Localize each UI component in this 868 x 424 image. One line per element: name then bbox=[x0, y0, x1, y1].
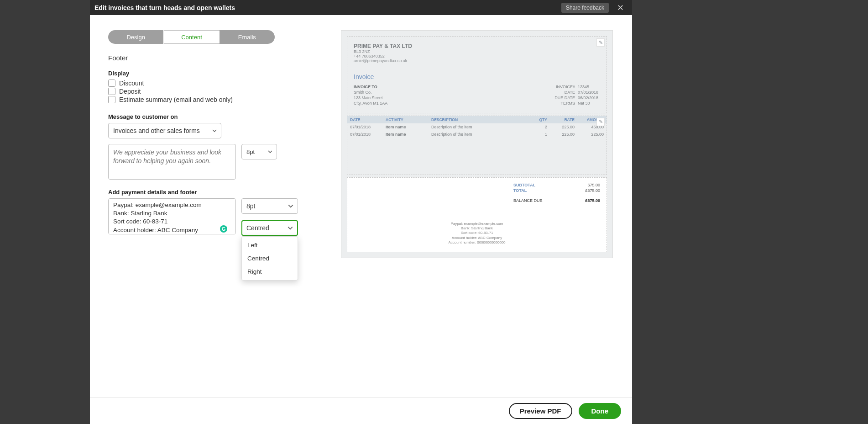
tab-content[interactable]: Content bbox=[164, 30, 219, 44]
chevron-down-icon bbox=[212, 128, 217, 133]
meta-label-0: INVOICE# bbox=[548, 84, 575, 90]
footer-section-heading: Footer bbox=[108, 54, 323, 62]
meta-label-1: DATE bbox=[548, 90, 575, 95]
modal-body: Design Content Emails Footer Display Dis… bbox=[90, 15, 632, 398]
message-fontsize-value: 8pt bbox=[246, 148, 255, 155]
done-button[interactable]: Done bbox=[579, 403, 622, 419]
preview-pdf-button[interactable]: Preview PDF bbox=[509, 403, 572, 419]
footer-details-row: Paypal: example@example.comBank: Starlin… bbox=[108, 198, 323, 236]
total-value: £675.00 bbox=[585, 188, 600, 193]
cell-rate: 225.00 bbox=[547, 125, 575, 129]
cell-qty: 2 bbox=[529, 125, 547, 129]
cell-qty: 1 bbox=[529, 132, 547, 137]
company-name: PRIME PAY & TAX LTD bbox=[354, 43, 600, 49]
preview-table-section: ✎ DATE ACTIVITY DESCRIPTION QTY RATE AMO… bbox=[347, 116, 607, 175]
checkbox-deposit-label: Deposit bbox=[119, 88, 141, 95]
footer-fontsize-select[interactable]: 8pt bbox=[241, 198, 298, 214]
meta-value-3: Net 30 bbox=[575, 101, 600, 106]
chevron-down-icon bbox=[267, 149, 273, 154]
alignment-option-right[interactable]: Right bbox=[242, 265, 298, 278]
preview-panel: ✎ PRIME PAY & TAX LTD BL3 2NZ +44 788634… bbox=[341, 15, 632, 398]
cell-rate: 225.00 bbox=[547, 132, 575, 137]
cell-description: Description of the item bbox=[431, 125, 529, 129]
bottom-bar: Preview PDF Done bbox=[90, 398, 632, 424]
bill-to-line3: City, Avon M1 1AA bbox=[354, 101, 387, 106]
footer-textarea[interactable]: Paypal: example@example.comBank: Starlin… bbox=[108, 198, 236, 234]
col-date: DATE bbox=[350, 117, 386, 122]
checkbox-discount-label: Discount bbox=[119, 80, 144, 87]
col-activity: ACTIVITY bbox=[386, 117, 431, 122]
table-header-row: DATE ACTIVITY DESCRIPTION QTY RATE AMOUN… bbox=[347, 116, 607, 123]
col-description: DESCRIPTION bbox=[431, 117, 529, 122]
meta-value-1: 07/01/2018 bbox=[575, 90, 600, 95]
total-label: TOTAL bbox=[513, 188, 527, 193]
col-qty: QTY bbox=[529, 117, 547, 122]
footer-preview-line: Sort code: 60-83-71 bbox=[354, 231, 600, 235]
invoice-meta-block: INVOICE#12345 DATE07/01/2018 DUE DATE06/… bbox=[548, 84, 600, 106]
bill-to-line2: 123 Main Street bbox=[354, 95, 387, 101]
checkbox-discount-row: Discount bbox=[108, 80, 323, 87]
pencil-icon[interactable]: ✎ bbox=[596, 38, 605, 47]
share-feedback-button[interactable]: Share feedback bbox=[561, 3, 609, 13]
checkbox-deposit[interactable] bbox=[108, 88, 115, 95]
chevron-down-icon bbox=[287, 225, 293, 231]
pencil-icon[interactable]: ✎ bbox=[596, 118, 605, 126]
alignment-dropdown: Left Centred Right bbox=[241, 236, 298, 281]
alignment-select[interactable]: Centred bbox=[241, 220, 298, 236]
close-icon[interactable]: ✕ bbox=[615, 3, 626, 13]
checkbox-estimate-label: Estimate summary (email and web only) bbox=[119, 96, 233, 103]
table-row: 07/01/2018 Item name Description of the … bbox=[347, 123, 607, 131]
cell-date: 07/01/2018 bbox=[350, 132, 386, 137]
checkbox-discount[interactable] bbox=[108, 80, 115, 87]
modal-title: Edit invoices that turn heads and open w… bbox=[94, 4, 235, 11]
customize-invoice-modal: Edit invoices that turn heads and open w… bbox=[90, 0, 632, 424]
message-form-select-value: Invoices and other sales forms bbox=[113, 127, 200, 134]
subtotal-label: SUBTOTAL bbox=[513, 183, 535, 187]
tab-emails[interactable]: Emails bbox=[220, 30, 275, 44]
message-form-select[interactable]: Invoices and other sales forms bbox=[108, 123, 221, 138]
meta-value-2: 06/02/2018 bbox=[575, 95, 600, 101]
col-rate: RATE bbox=[547, 117, 575, 122]
checkbox-deposit-row: Deposit bbox=[108, 88, 323, 95]
grammarly-icon: G bbox=[220, 225, 227, 233]
meta-label-3: TERMS bbox=[548, 101, 575, 106]
chevron-down-icon bbox=[288, 203, 294, 209]
subtotal-value: 675.00 bbox=[587, 183, 600, 187]
preview-header-section: ✎ PRIME PAY & TAX LTD BL3 2NZ +44 788634… bbox=[347, 36, 607, 113]
totals-block: SUBTOTAL675.00 TOTAL£675.00 BALANCE DUE£… bbox=[513, 182, 600, 203]
company-line-2: +44 7886340352 bbox=[354, 54, 600, 58]
message-label: Message to customer on bbox=[108, 113, 323, 120]
message-row: 8pt bbox=[108, 144, 323, 180]
footer-preview-line: Account number: 00000000000000 bbox=[354, 240, 600, 245]
preview-footer-section: SUBTOTAL675.00 TOTAL£675.00 BALANCE DUE£… bbox=[347, 177, 607, 252]
payment-label: Add payment details and footer bbox=[108, 189, 323, 196]
table-row: 07/01/2018 Item name Description of the … bbox=[347, 131, 607, 138]
bill-to-block: INVOICE TO Smith Co. 123 Main Street Cit… bbox=[354, 84, 387, 106]
alignment-option-centred[interactable]: Centred bbox=[242, 252, 298, 265]
display-label: Display bbox=[108, 70, 323, 77]
footer-preview-line: Paypal: example@example.com bbox=[354, 222, 600, 226]
footer-preview-line: Bank: Starling Bank bbox=[354, 226, 600, 231]
meta-value-0: 12345 bbox=[575, 84, 600, 90]
message-fontsize-select[interactable]: 8pt bbox=[241, 144, 277, 159]
footer-right-column: 8pt Centred Left Centred Right bbox=[241, 198, 298, 236]
left-panel: Design Content Emails Footer Display Dis… bbox=[90, 15, 341, 398]
invoice-heading: Invoice bbox=[354, 73, 600, 80]
cell-activity: Item name bbox=[386, 125, 431, 129]
balance-label: BALANCE DUE bbox=[513, 198, 543, 203]
cell-date: 07/01/2018 bbox=[350, 125, 386, 129]
balance-value: £675.00 bbox=[585, 198, 600, 203]
cell-activity: Item name bbox=[386, 132, 431, 137]
footer-fontsize-value: 8pt bbox=[246, 202, 255, 210]
message-textarea[interactable] bbox=[108, 144, 236, 180]
checkbox-estimate[interactable] bbox=[108, 96, 115, 103]
tab-design[interactable]: Design bbox=[108, 30, 164, 44]
invoice-preview: ✎ PRIME PAY & TAX LTD BL3 2NZ +44 788634… bbox=[341, 30, 613, 258]
bill-to-heading: INVOICE TO bbox=[354, 84, 387, 90]
alignment-option-left[interactable]: Left bbox=[242, 238, 298, 252]
footer-text-preview: Paypal: example@example.com Bank: Starli… bbox=[354, 222, 600, 245]
cell-amount: 225.00 bbox=[575, 132, 604, 137]
meta-label-2: DUE DATE bbox=[548, 95, 575, 101]
footer-preview-line: Account holder: ABC Company bbox=[354, 236, 600, 240]
modal-header: Edit invoices that turn heads and open w… bbox=[90, 0, 632, 15]
